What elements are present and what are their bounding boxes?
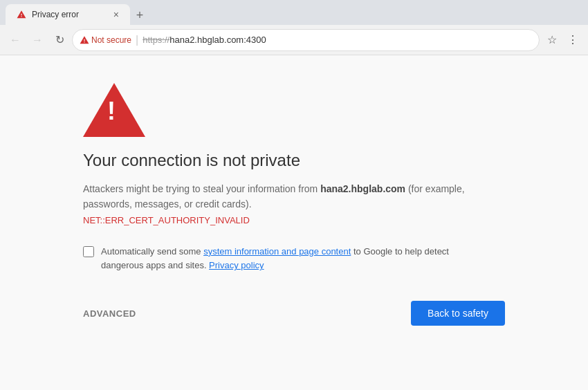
tab-close-button[interactable]: ×: [113, 9, 119, 20]
forward-button[interactable]: →: [28, 30, 47, 50]
address-bar[interactable]: Not secure | https://hana2.hbglab.com:43…: [72, 29, 540, 51]
url-scheme: https://: [143, 35, 169, 45]
back-to-safety-button[interactable]: Back to safety: [411, 301, 505, 326]
tab-bar: Privacy error × +: [0, 0, 588, 25]
privacy-policy-link[interactable]: Privacy policy: [209, 260, 264, 270]
advanced-link[interactable]: ADVANCED: [83, 308, 136, 319]
browser-frame: Privacy error × + ← → ↻ Not secure | htt…: [0, 0, 588, 390]
back-button[interactable]: ←: [6, 30, 25, 50]
not-secure-label: Not secure: [91, 35, 131, 45]
menu-button[interactable]: ⋮: [563, 30, 582, 50]
system-info-link[interactable]: system information and page content: [203, 246, 351, 257]
toolbar: ← → ↻ Not secure | https://hana2.hbglab.…: [0, 25, 588, 55]
url-display: https://hana2.hbglab.com:4300: [143, 35, 532, 45]
bookmark-button[interactable]: ☆: [542, 30, 562, 50]
bottom-row: ADVANCED Back to safety: [83, 301, 505, 326]
error-description: Attackers might be trying to steal your …: [83, 181, 498, 228]
tab-warning-icon: [17, 10, 26, 19]
warning-icon: [80, 35, 89, 45]
error-title: Your connection is not private: [83, 151, 300, 170]
error-triangle-icon: [83, 83, 145, 137]
error-domain: hana2.hbglab.com: [320, 183, 405, 194]
url-separator: |: [136, 34, 138, 46]
checkbox-row: Automatically send some system informati…: [83, 245, 470, 274]
reload-button[interactable]: ↻: [50, 30, 69, 50]
toolbar-right: ☆ ⋮: [542, 30, 582, 50]
url-host: hana2.hbglab.com: [169, 35, 244, 45]
send-info-checkbox[interactable]: [83, 246, 94, 257]
error-page: Your connection is not private Attackers…: [0, 55, 588, 390]
new-tab-button[interactable]: +: [130, 6, 149, 25]
error-code: NET::ERR_CERT_AUTHORITY_INVALID: [83, 215, 250, 225]
error-icon-container: [83, 83, 145, 137]
checkbox-label: Automatically send some system informati…: [101, 245, 470, 274]
url-port: :4300: [244, 35, 266, 45]
not-secure-badge: Not secure: [80, 35, 131, 45]
checkbox-label-1: Automatically send some: [101, 246, 203, 257]
error-desc-1: Attackers might be trying to steal your …: [83, 183, 320, 194]
active-tab[interactable]: Privacy error ×: [6, 4, 130, 25]
tab-title: Privacy error: [32, 10, 79, 19]
